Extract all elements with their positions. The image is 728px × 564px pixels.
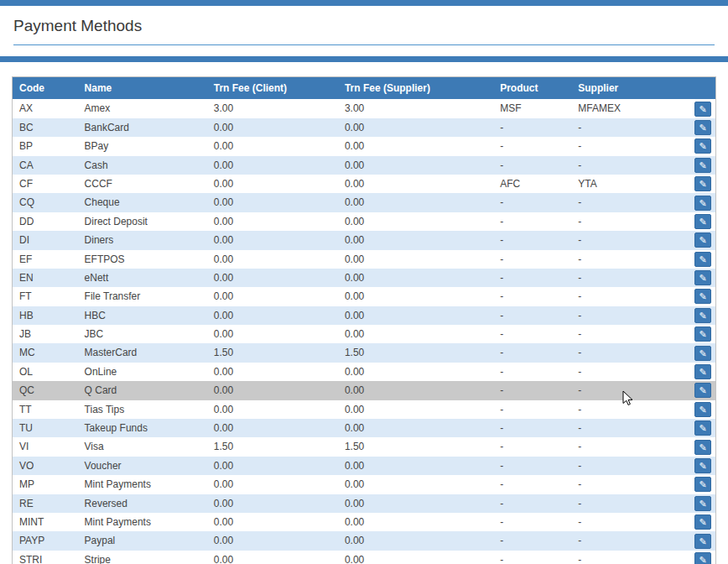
edit-button[interactable]: ✎ xyxy=(694,383,711,398)
table-row: CA Cash 0.00 0.00 - - ✎ xyxy=(13,156,716,175)
cell-actions: ✎ xyxy=(687,212,715,231)
cell-fee-client: 0.00 xyxy=(207,231,338,249)
cell-code: BP xyxy=(13,137,78,155)
edit-button[interactable]: ✎ xyxy=(694,326,711,342)
edit-button[interactable]: ✎ xyxy=(694,289,711,304)
edit-button[interactable]: ✎ xyxy=(694,477,711,492)
edit-button[interactable]: ✎ xyxy=(694,364,711,379)
cell-supplier: - xyxy=(571,325,687,343)
edit-button[interactable]: ✎ xyxy=(694,420,711,436)
cell-name: Mint Payments xyxy=(78,513,207,531)
cell-fee-supplier: 0.00 xyxy=(338,287,493,306)
cell-fee-client: 0.00 xyxy=(207,325,338,343)
edit-pencil-icon: ✎ xyxy=(699,365,706,379)
cell-actions: ✎ xyxy=(687,118,715,137)
cell-code: VI xyxy=(13,437,78,456)
cell-fee-client: 0.00 xyxy=(207,475,338,494)
cell-name: Reversed xyxy=(78,494,207,513)
edit-button[interactable]: ✎ xyxy=(694,176,711,191)
cell-product: - xyxy=(493,137,571,155)
edit-button[interactable]: ✎ xyxy=(694,552,711,564)
cell-actions: ✎ xyxy=(687,419,715,437)
cell-supplier: - xyxy=(571,231,687,249)
top-accent-bar xyxy=(0,0,728,6)
cell-actions: ✎ xyxy=(687,475,715,494)
table-row: VO Voucher 0.00 0.00 - - ✎ xyxy=(13,457,716,475)
cell-supplier: - xyxy=(571,531,687,550)
edit-button[interactable]: ✎ xyxy=(694,270,711,285)
cell-fee-supplier: 0.00 xyxy=(338,231,493,249)
edit-pencil-icon: ✎ xyxy=(699,459,706,473)
table-row: FT File Transfer 0.00 0.00 - - ✎ xyxy=(13,287,716,306)
edit-button[interactable]: ✎ xyxy=(694,158,711,173)
cell-code: BC xyxy=(13,118,78,137)
cell-fee-client: 0.00 xyxy=(207,156,338,175)
cell-actions: ✎ xyxy=(687,306,715,325)
edit-button[interactable]: ✎ xyxy=(694,458,711,473)
edit-button[interactable]: ✎ xyxy=(694,496,711,511)
edit-button[interactable]: ✎ xyxy=(694,534,711,549)
cell-product: - xyxy=(493,531,571,550)
edit-pencil-icon: ✎ xyxy=(699,121,706,134)
edit-button[interactable]: ✎ xyxy=(694,440,711,455)
cell-fee-supplier: 0.00 xyxy=(338,175,493,193)
page-header: Payment Methods xyxy=(0,6,728,45)
edit-pencil-icon: ✎ xyxy=(699,233,706,247)
column-header-product: Product xyxy=(493,77,571,100)
table-row: VI Visa 1.50 1.50 - - ✎ xyxy=(13,437,716,456)
edit-button[interactable]: ✎ xyxy=(694,232,711,248)
edit-button[interactable]: ✎ xyxy=(694,120,711,135)
cell-product: - xyxy=(493,156,571,175)
edit-pencil-icon: ✎ xyxy=(699,139,706,153)
edit-pencil-icon: ✎ xyxy=(699,196,706,210)
cell-code: TU xyxy=(13,419,78,437)
cell-fee-client: 3.00 xyxy=(207,99,338,118)
table-row: AX Amex 3.00 3.00 MSF MFAMEX ✎ xyxy=(13,99,716,118)
table-row: RE Reversed 0.00 0.00 - - ✎ xyxy=(13,494,716,513)
cell-actions: ✎ xyxy=(687,175,715,193)
column-header-actions xyxy=(687,77,715,100)
cell-actions: ✎ xyxy=(687,343,715,362)
edit-pencil-icon: ✎ xyxy=(699,309,706,322)
cell-name: CCCF xyxy=(78,175,207,193)
cell-supplier: - xyxy=(571,419,687,437)
table-row: HB HBC 0.00 0.00 - - ✎ xyxy=(13,306,716,325)
column-header-supplier: Supplier xyxy=(571,77,687,100)
edit-button[interactable]: ✎ xyxy=(694,402,711,417)
cell-product: - xyxy=(493,457,571,475)
cell-product: - xyxy=(493,494,571,513)
edit-pencil-icon: ✎ xyxy=(699,347,706,360)
cell-name: Visa xyxy=(78,437,207,456)
cell-code: AX xyxy=(13,99,78,118)
edit-button[interactable]: ✎ xyxy=(694,102,711,117)
cell-name: Diners xyxy=(78,231,207,249)
cell-code: RE xyxy=(13,494,78,513)
edit-button[interactable]: ✎ xyxy=(694,308,711,323)
table-row: CF CCCF 0.00 0.00 AFC YTA ✎ xyxy=(13,175,716,193)
cell-fee-client: 0.00 xyxy=(207,551,338,564)
table-row: PAYP Paypal 0.00 0.00 - - ✎ xyxy=(13,531,716,550)
cell-actions: ✎ xyxy=(687,363,715,381)
edit-pencil-icon: ✎ xyxy=(699,159,706,172)
edit-button[interactable]: ✎ xyxy=(694,252,711,267)
cell-product: - xyxy=(493,193,571,212)
cell-actions: ✎ xyxy=(687,99,715,118)
cell-fee-supplier: 0.00 xyxy=(338,475,493,494)
cell-code: EN xyxy=(13,269,78,287)
cell-product: - xyxy=(493,212,571,231)
cell-fee-client: 0.00 xyxy=(207,193,338,212)
cell-fee-client: 0.00 xyxy=(207,531,338,550)
cell-name: Paypal xyxy=(78,531,207,550)
edit-pencil-icon: ✎ xyxy=(699,441,706,454)
edit-button[interactable]: ✎ xyxy=(694,346,711,361)
cell-product: - xyxy=(493,381,571,400)
edit-button[interactable]: ✎ xyxy=(694,138,711,154)
cell-actions: ✎ xyxy=(687,250,715,269)
edit-button[interactable]: ✎ xyxy=(694,214,711,229)
edit-button[interactable]: ✎ xyxy=(694,514,711,530)
cell-fee-supplier: 0.00 xyxy=(338,494,493,513)
cell-code: TT xyxy=(13,400,78,419)
cell-fee-supplier: 0.00 xyxy=(338,212,493,231)
edit-button[interactable]: ✎ xyxy=(694,196,711,211)
cell-fee-client: 0.00 xyxy=(207,212,338,231)
